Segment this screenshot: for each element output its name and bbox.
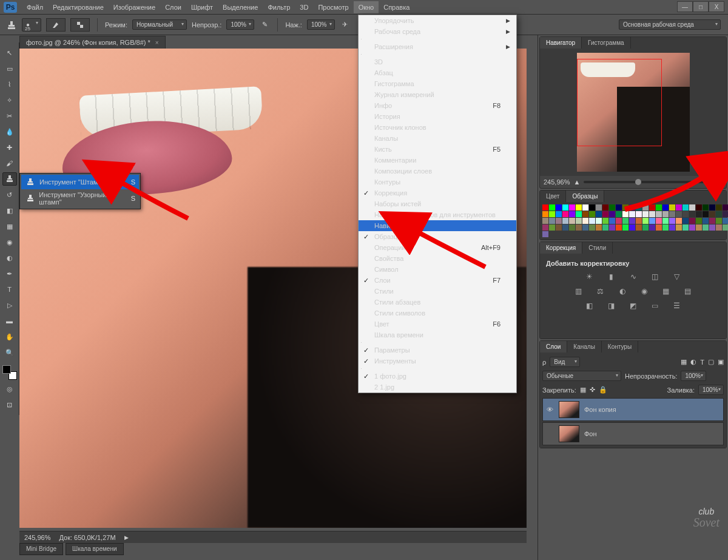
navigator-tab[interactable]: Навигатор — [540, 37, 582, 49]
swatch[interactable] — [602, 204, 608, 211]
blur-tool-icon[interactable]: ◉ — [2, 235, 17, 249]
close-button[interactable]: X — [709, 1, 724, 12]
swatch[interactable] — [556, 204, 562, 211]
menu-item[interactable]: ЦветF6 — [359, 319, 516, 329]
swatch[interactable] — [616, 224, 622, 231]
vibrance-icon[interactable]: ▽ — [671, 272, 683, 282]
swatch[interactable] — [589, 211, 595, 217]
swatch[interactable] — [609, 211, 615, 217]
swatch[interactable] — [569, 218, 575, 224]
move-tool-icon[interactable]: ↖ — [2, 46, 17, 59]
menu-item[interactable]: Комментарии — [359, 155, 516, 166]
swatch[interactable] — [582, 218, 588, 224]
brush-panel-toggle[interactable] — [46, 18, 66, 32]
swatch[interactable] — [676, 218, 682, 224]
swatch[interactable] — [703, 224, 709, 231]
swatch[interactable] — [589, 224, 595, 231]
layers-tab[interactable]: Слои — [540, 341, 567, 353]
brush-preset-picker[interactable]: ●25 — [22, 18, 41, 32]
gradient-map-icon[interactable]: ▭ — [649, 301, 661, 311]
menu-item[interactable]: Расширения▶ — [359, 41, 516, 52]
swatch[interactable] — [562, 224, 568, 231]
navigator-view-rect[interactable] — [577, 59, 662, 146]
dodge-tool-icon[interactable]: ◐ — [2, 251, 17, 265]
menu-item[interactable]: Абзац — [359, 67, 516, 78]
swatch[interactable] — [576, 204, 582, 211]
swatch[interactable] — [569, 211, 575, 217]
swatch[interactable] — [669, 218, 675, 224]
swatch[interactable] — [636, 218, 642, 224]
menu-item[interactable]: Композиции слоев — [359, 166, 516, 177]
mixer-icon[interactable]: ▦ — [660, 286, 672, 296]
swatch[interactable] — [716, 211, 722, 217]
blend-dropdown[interactable]: Обычные — [542, 371, 621, 381]
status-zoom[interactable]: 245,96% — [24, 534, 50, 541]
layer-row[interactable]: 👁Фон копия — [542, 398, 724, 421]
swatch[interactable] — [596, 218, 602, 224]
lock-pixels-icon[interactable]: ▦ — [580, 386, 586, 394]
histogram-tab[interactable]: Гистограмма — [582, 37, 631, 49]
menu-редактирование[interactable]: Редактирование — [48, 1, 109, 13]
photo-filter-icon[interactable]: ◉ — [638, 286, 650, 296]
swatch[interactable] — [542, 224, 548, 231]
document-tab[interactable]: фото.jpg @ 246% (Фон копия, RGB/8#) * × — [19, 36, 166, 49]
magic-wand-icon[interactable]: ✧ — [2, 93, 17, 107]
menu-item[interactable]: Гистограмма — [359, 78, 516, 89]
hand-tool-icon[interactable]: ✋ — [2, 330, 17, 343]
swatch[interactable] — [723, 204, 728, 211]
menu-изображение[interactable]: Изображение — [109, 1, 160, 13]
balance-icon[interactable]: ⚖ — [595, 286, 607, 296]
menu-просмотр[interactable]: Просмотр — [313, 1, 353, 13]
swatch[interactable] — [569, 224, 575, 231]
swatch[interactable] — [656, 224, 662, 231]
swatch[interactable] — [542, 204, 548, 211]
brush-tool-icon[interactable]: 🖌 — [2, 157, 17, 170]
minimize-button[interactable]: — — [677, 1, 693, 12]
swatch[interactable] — [549, 224, 555, 231]
menu-шрифт[interactable]: Шрифт — [186, 1, 218, 13]
filter-adj-icon[interactable]: ◐ — [690, 358, 696, 366]
menu-item[interactable]: Стили абзацев — [359, 297, 516, 308]
swatch[interactable] — [662, 218, 669, 224]
swatch[interactable] — [609, 218, 615, 224]
color-tab[interactable]: Цвет — [540, 191, 566, 202]
fill-input[interactable]: 100% — [698, 385, 724, 395]
timeline-tab[interactable]: Шкала времени — [66, 543, 123, 555]
menu-item[interactable]: КистьF5 — [359, 144, 516, 155]
swatch[interactable] — [549, 204, 555, 211]
pen-tool-icon[interactable]: ✒ — [2, 267, 17, 280]
menu-item[interactable]: Журнал измерений — [359, 89, 516, 100]
screen-mode-icon[interactable]: ⊡ — [2, 398, 17, 411]
swatches-tab[interactable]: Образцы — [566, 191, 604, 202]
swatch[interactable] — [542, 231, 548, 237]
menu-item[interactable]: ИнфоF8 — [359, 100, 516, 111]
menu-item[interactable]: 2 1.jpg — [359, 382, 516, 393]
filter-smart-icon[interactable]: ▣ — [718, 358, 724, 366]
menu-item[interactable]: ✓СлоиF7 — [359, 275, 516, 286]
menu-выделение[interactable]: Выделение — [218, 1, 263, 13]
swatch[interactable] — [689, 224, 695, 231]
menu-item[interactable]: Каналы — [359, 133, 516, 144]
swatch[interactable] — [709, 218, 715, 224]
swatch[interactable] — [582, 204, 588, 211]
swatch[interactable] — [582, 211, 588, 217]
status-doc-size[interactable]: Док: 650,0K/1,27M — [59, 534, 115, 541]
swatch[interactable] — [556, 218, 562, 224]
swatch[interactable] — [642, 224, 649, 231]
workspace-dropdown[interactable]: Основная рабочая среда — [619, 19, 721, 30]
swatch[interactable] — [709, 224, 715, 231]
swatch[interactable] — [682, 224, 689, 231]
menu-item[interactable]: Стили символов — [359, 308, 516, 319]
levels-icon[interactable]: ▮ — [605, 272, 618, 282]
navigator-zoom-value[interactable]: 245,96% — [544, 178, 570, 186]
menu-item[interactable]: Упорядочить▶ — [359, 15, 516, 26]
visibility-icon[interactable]: 👁 — [545, 406, 554, 413]
swatch[interactable] — [576, 224, 582, 231]
menu-item[interactable]: ✓Инструменты — [359, 356, 516, 366]
lasso-tool-icon[interactable]: ⌇ — [2, 78, 17, 91]
swatch[interactable] — [556, 211, 562, 217]
threshold-icon[interactable]: ◩ — [627, 301, 639, 311]
swatch[interactable] — [562, 204, 568, 211]
swatch[interactable] — [602, 211, 608, 217]
menu-item[interactable]: Наборы параметров для инструментов — [359, 209, 516, 220]
